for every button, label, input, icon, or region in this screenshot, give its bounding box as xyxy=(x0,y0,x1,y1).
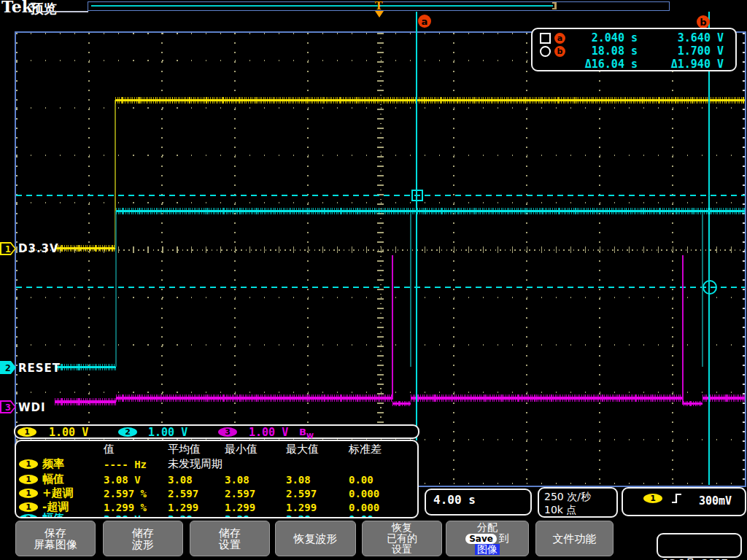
col-header-std: 标准差 xyxy=(349,443,416,456)
cursor-a-time: 2.040 s xyxy=(572,31,638,44)
cursor-b-time: 18.08 s xyxy=(572,44,638,58)
title-underline xyxy=(42,11,88,12)
menu-store-waveform[interactable]: 储存波形 xyxy=(103,521,183,556)
measurement-header-row: 值 平均值 最小值 最大值 标准差 xyxy=(19,443,416,456)
record-view-line xyxy=(91,5,553,7)
cursor-a-square-icon xyxy=(540,33,551,44)
col-header-mean: 平均值 xyxy=(168,443,225,456)
ch3-trace-toggling xyxy=(411,394,684,402)
ch3-scale: 1.00 V xyxy=(249,426,288,439)
ch3-trace-dip xyxy=(684,401,703,406)
ch2-position-marker[interactable]: 2 xyxy=(0,361,16,374)
record-window-bracket xyxy=(552,2,557,9)
graticule-col xyxy=(88,33,90,486)
ch3-badge[interactable]: 3 xyxy=(218,427,237,437)
left-edge-ticks xyxy=(16,33,18,486)
cursor-a-vline[interactable] xyxy=(416,12,417,440)
acquisition-rate: 250 次/秒 xyxy=(544,490,616,503)
waveform-display xyxy=(15,31,746,487)
ch1-position-marker[interactable]: 1 xyxy=(0,242,16,255)
timebase-readout: 4.00 s xyxy=(425,489,532,516)
cursor-delta-volt: Δ1.940 V xyxy=(638,58,724,71)
ch2-scale: 1.00 V xyxy=(148,426,187,439)
ch1-badge[interactable]: 1 xyxy=(18,427,36,437)
acquisition-mode-label: 预览 xyxy=(31,0,57,18)
rising-edge-icon xyxy=(671,493,683,504)
ch3-label: WDI xyxy=(18,401,46,414)
acquisition-points: 10k 点 xyxy=(544,503,616,516)
cursor-a-volt: 3.640 V xyxy=(638,31,724,44)
trigger-position-marker: T xyxy=(375,0,382,12)
trigger-source-badge: 1 xyxy=(643,494,662,503)
cursor-a-row: a 2.040 s 3.640 V xyxy=(540,31,735,44)
ch3-trace-toggling xyxy=(116,394,392,402)
timebase-value: 4.00 s xyxy=(433,493,476,507)
save-key-icon: Save xyxy=(465,534,497,544)
ch3-position-marker[interactable]: 3 xyxy=(0,400,16,413)
ch1-label: D3.3V xyxy=(18,242,59,255)
trigger-readout: 1 300mV xyxy=(622,487,746,516)
menu-recall-waveform[interactable]: 恢复波形 xyxy=(275,521,356,556)
channel-scale-bar: 1 1.00 V 2 1.00 V 3 1.00 V BW xyxy=(14,424,419,439)
cursor-readout-box: a 2.040 s 3.640 V b 18.08 s 1.700 V Δ16.… xyxy=(531,28,737,71)
menu-file-utilities[interactable]: 文件功能 xyxy=(535,521,614,556)
measurement-row: 1 频率 ---- Hz 未发现周期 xyxy=(19,457,416,470)
measurement-row: 1 +超调 2.597 % 2.597 2.597 2.597 0.000 xyxy=(19,486,416,499)
cursor-delta-time: Δ16.04 s xyxy=(572,58,638,71)
menu-recall-saved-setup[interactable]: 恢复 已有的 设置 xyxy=(362,521,442,556)
trigger-level: 300mV xyxy=(699,494,732,508)
acquisition-readout: 250 次/秒 10k 点 xyxy=(538,487,618,518)
cursor-b-badge[interactable]: b xyxy=(697,15,710,28)
ch2-label: RESET xyxy=(18,362,61,375)
cursor-b-circle-icon xyxy=(540,46,551,57)
cursor-b-marker-circle[interactable] xyxy=(703,280,717,295)
date-value: 18 1月 2017 xyxy=(662,557,740,560)
ch1-trace-low xyxy=(55,245,115,252)
cursor-a-badge[interactable]: a xyxy=(418,15,431,28)
measurement-row: 2 幅值 3.28 V 3.28 3.28 3.28 0.00 xyxy=(19,512,416,518)
ch2-trace-high xyxy=(116,208,745,214)
cursor-a-badge-small: a xyxy=(554,33,565,44)
trigger-position-arrow-icon xyxy=(375,11,384,18)
menu-store-setup[interactable]: 储存设置 xyxy=(190,521,270,556)
measurement-row: 1 幅值 3.08 V 3.08 3.08 3.08 0.00 xyxy=(19,472,416,486)
cursor-b-vline[interactable] xyxy=(708,12,710,485)
cursor-b-volt: 1.700 V xyxy=(638,44,724,58)
menu-save-screen-image[interactable]: 保存屏幕图像 xyxy=(15,521,96,556)
assign-target-selected: 图像 xyxy=(475,544,500,555)
cursor-b-badge-small: b xyxy=(554,46,565,57)
cursor-b-row: b 18.08 s 1.700 V xyxy=(540,44,735,58)
datetime-box: 18 1月 2017 14:50:32 xyxy=(657,533,742,558)
oscilloscope-screen: Tek 预览 T a b a 2.040 s 3.640 V b 18.08 s… xyxy=(0,0,747,560)
cursor-delta-row: Δ16.04 s Δ1.940 V xyxy=(540,58,735,71)
menu-assign-save-to-image[interactable]: 分配 Save到 图像 xyxy=(446,521,529,556)
ch1-scale: 1.00 V xyxy=(49,426,88,439)
ch3-trace-prelevel xyxy=(55,398,116,405)
record-view-bar[interactable]: T xyxy=(88,1,670,11)
cursor-a-hline[interactable] xyxy=(16,195,745,196)
ch2-rising-edge xyxy=(115,211,117,367)
cursor-b-hline[interactable] xyxy=(16,287,745,288)
col-header-max: 最大值 xyxy=(286,443,349,456)
measurement-table: 值 平均值 最小值 最大值 标准差 1 频率 ---- Hz 未发现周期 1 幅… xyxy=(15,440,419,518)
col-header-value: 值 xyxy=(104,443,168,456)
ch3-pulse-spike xyxy=(392,255,393,400)
ch3-trace-dip xyxy=(392,401,411,406)
col-header-min: 最小值 xyxy=(225,443,286,456)
cursor-a-marker-square[interactable] xyxy=(411,190,423,201)
ch2-trace-low xyxy=(55,364,116,370)
ch3-pulse-spike xyxy=(682,255,684,405)
ch1-trace-high xyxy=(115,97,745,104)
tek-logo: Tek xyxy=(1,0,33,16)
bandwidth-limit-icon: BW xyxy=(299,427,314,440)
ch2-reset-pulse xyxy=(410,212,411,367)
ch2-badge[interactable]: 2 xyxy=(118,427,137,437)
